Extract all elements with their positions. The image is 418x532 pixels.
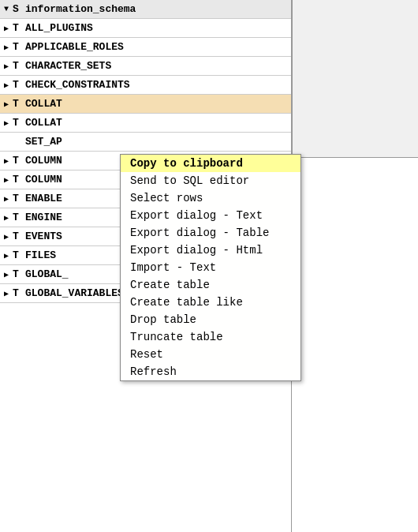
table-row[interactable]: ▶TCHARACTER_SETS [0, 57, 291, 76]
table-row[interactable]: ▶TCHECK_CONSTRAINTS [0, 76, 291, 95]
row-arrow-icon: ▶ [0, 232, 13, 242]
table-row[interactable]: SET_AP [0, 133, 291, 152]
row-type: T [13, 117, 25, 129]
row-type: S [13, 3, 25, 15]
row-arrow-icon: ▶ [0, 251, 13, 260]
row-type: T [13, 174, 25, 185]
context-menu-item[interactable]: Export dialog - Html [121, 242, 300, 259]
row-arrow-icon: ▶ [0, 99, 13, 109]
row-arrow-icon: ▶ [0, 194, 13, 204]
row-type: T [13, 79, 25, 91]
row-type: T [13, 268, 25, 280]
row-type: T [13, 230, 25, 242]
table-row[interactable]: ▶TAPPLICABLE_ROLES [0, 38, 291, 57]
row-name-continuation: SET_AP [25, 136, 291, 148]
main-container: ▼Sinformation_schema▶TALL_PLUGINS▶TAPPLI… [0, 0, 418, 532]
row-name: COLLAT [25, 117, 291, 129]
row-arrow-icon: ▶ [0, 118, 13, 128]
row-name: APPLICABLE_ROLES [25, 41, 291, 53]
row-type: T [13, 249, 25, 261]
row-arrow-icon: ▼ [0, 5, 13, 13]
context-menu-item[interactable]: Import - Text [121, 259, 300, 276]
row-type: T [13, 22, 25, 34]
row-type: T [13, 98, 25, 110]
row-name: information_schema [25, 3, 291, 15]
row-arrow-icon: ▶ [0, 43, 13, 52]
row-name: COLLAT [25, 98, 291, 110]
table-row[interactable]: ▶TALL_PLUGINS [0, 19, 291, 38]
context-menu-item[interactable]: Export dialog - Table [121, 224, 300, 242]
row-name: ALL_PLUGINS [25, 22, 291, 34]
row-type: T [13, 41, 25, 53]
row-arrow-icon: ▶ [0, 213, 13, 223]
row-arrow-icon: ▶ [0, 81, 13, 90]
table-row[interactable]: ▶TCOLLAT [0, 95, 291, 114]
context-menu-item[interactable]: Create table like [121, 294, 300, 311]
row-arrow-icon: ▶ [0, 156, 13, 166]
row-arrow-icon: ▶ [0, 289, 13, 298]
row-arrow-icon: ▶ [0, 270, 13, 279]
row-arrow-icon: ▶ [0, 175, 13, 185]
row-arrow-icon: ▶ [0, 24, 13, 33]
context-menu-item[interactable]: Select rows [121, 189, 300, 207]
row-type: T [13, 193, 25, 204]
context-menu-item[interactable]: Reset [121, 346, 300, 363]
row-type: T [13, 212, 25, 223]
context-menu-item[interactable]: Create table [121, 276, 300, 294]
context-menu-item[interactable]: Truncate table [121, 328, 300, 346]
row-arrow-icon: ▶ [0, 62, 13, 71]
context-menu-item[interactable]: Copy to clipboard [121, 155, 300, 172]
row-type: T [13, 155, 25, 167]
table-row[interactable]: ▶TCOLLAT [0, 114, 291, 133]
context-menu-item[interactable]: Refresh [121, 363, 300, 380]
row-name: CHECK_CONSTRAINTS [25, 79, 291, 91]
context-menu: Copy to clipboardSend to SQL editorSelec… [120, 154, 301, 381]
context-menu-item[interactable]: Drop table [121, 311, 300, 328]
table-row[interactable]: ▼Sinformation_schema [0, 0, 291, 19]
context-menu-item[interactable]: Export dialog - Text [121, 207, 300, 224]
context-menu-item[interactable]: Send to SQL editor [121, 172, 300, 189]
row-type: T [13, 287, 25, 299]
right-panel [292, 0, 418, 158]
row-type: T [13, 60, 25, 72]
row-name: CHARACTER_SETS [25, 60, 291, 72]
